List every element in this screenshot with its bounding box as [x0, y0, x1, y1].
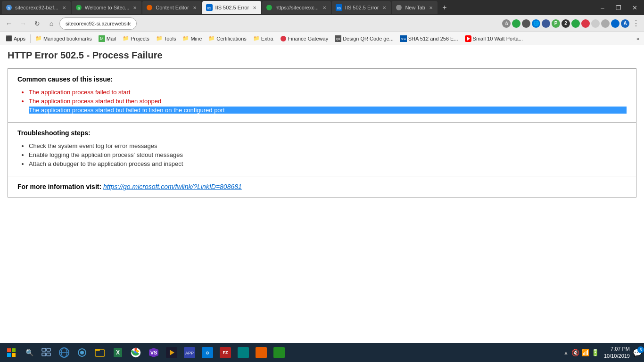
svg-text:X: X — [116, 349, 120, 356]
bookmark-design-qr[interactable]: QR Design QR Code ge... — [332, 34, 396, 43]
bookmark-mine[interactable]: 📁 Mine — [180, 34, 205, 43]
refresh-button[interactable]: ↻ — [31, 17, 43, 30]
taskbar-ie-icon[interactable] — [56, 344, 73, 361]
svg-rect-24 — [42, 348, 46, 351]
taskbar-chrome-icon[interactable] — [127, 344, 144, 361]
bookmark-projects[interactable]: 📁 Projects — [120, 34, 152, 43]
bookmark-projects-label: Projects — [131, 36, 149, 41]
taskbar-search-icon[interactable]: 🔍 — [22, 345, 37, 360]
more-info-section: For more information visit: https://go.m… — [8, 176, 636, 197]
troubleshoot-item-2: Enable logging the application process' … — [29, 151, 627, 158]
menu-icon[interactable]: ⋮ — [631, 18, 641, 29]
tab5-label: https://sitecorexc... — [275, 5, 319, 10]
extension-icon-p[interactable]: P — [552, 19, 560, 28]
tab-welcome[interactable]: S Welcome to Sitec... ✕ — [72, 1, 142, 14]
extension-icon-6[interactable] — [591, 19, 600, 28]
tab-iis-error-active[interactable]: IIS IIS 502.5 Error ✕ — [202, 1, 262, 14]
extension-icon-2num[interactable]: 2 — [561, 19, 570, 28]
svg-rect-50 — [273, 347, 285, 358]
bookmark-apps[interactable]: ⬛ Apps — [3, 34, 28, 43]
tab6-close[interactable]: ✕ — [381, 5, 387, 11]
tab3-close[interactable]: ✕ — [192, 5, 198, 11]
more-bookmarks[interactable]: » — [635, 35, 641, 42]
bookmark-mail[interactable]: M Mail — [96, 34, 119, 43]
bookmark-design-qr-label: Design QR Code ge... — [343, 36, 394, 41]
page-content: HTTP Error 502.5 - Process Failure Commo… — [0, 45, 644, 343]
causes-section: Common causes of this issue: The applica… — [8, 69, 636, 123]
svg-point-10 — [396, 5, 402, 10]
close-button[interactable]: ✕ — [627, 1, 642, 14]
taskbar-app13-icon[interactable] — [271, 344, 288, 361]
tab2-close[interactable]: ✕ — [132, 5, 138, 11]
svg-rect-21 — [12, 348, 16, 352]
svg-rect-49 — [256, 347, 267, 358]
taskbar-filezilla-icon[interactable]: FZ — [217, 344, 234, 361]
bookmark-sha[interactable]: SHA SHA 512 and 256 E... — [397, 34, 461, 43]
extension-icon-2[interactable] — [522, 19, 530, 28]
address-bar-icons: ☆ 🌐 P 2 A ⋮ — [502, 18, 641, 29]
tab-sitecorexc92-bizf[interactable]: S sitecorexc92-bizf... ✕ — [2, 1, 71, 14]
tab5-close[interactable]: ✕ — [322, 5, 327, 11]
new-tab-button[interactable]: + — [438, 1, 451, 14]
profile-icon[interactable]: A — [621, 19, 629, 28]
extension-icon-7[interactable] — [601, 19, 610, 28]
address-input[interactable] — [59, 17, 137, 30]
minimize-button[interactable]: – — [595, 1, 610, 14]
tab-new-tab[interactable]: New Tab ✕ — [392, 1, 438, 14]
tray-hide-icon[interactable]: ▲ — [563, 350, 569, 355]
tab1-close[interactable]: ✕ — [61, 5, 67, 11]
mail-icon: M — [99, 35, 105, 42]
svg-text:IIS: IIS — [207, 7, 211, 10]
extension-icon-5[interactable] — [581, 19, 590, 28]
bookmark-managed[interactable]: 📁 Managed bookmarks — [33, 34, 95, 43]
bookmark-sha-label: SHA 512 and 256 E... — [408, 36, 458, 41]
bookmark-extra[interactable]: 📁 Extra — [250, 34, 276, 43]
forward-button[interactable]: → — [17, 17, 29, 30]
start-button[interactable] — [2, 344, 21, 361]
clock-time: 7:07 PM — [604, 346, 630, 353]
taskbar-app11-icon[interactable] — [235, 344, 252, 361]
design-qr-icon: QR — [335, 35, 341, 42]
svg-rect-48 — [238, 347, 249, 358]
bookmark-certifications[interactable]: 📁 Certifications — [206, 34, 249, 43]
taskbar-media-icon[interactable] — [163, 344, 180, 361]
taskbar-task-view[interactable] — [38, 344, 55, 361]
svg-point-7 — [266, 5, 272, 10]
svg-text:⚙: ⚙ — [206, 351, 209, 355]
bookmark-small-watt[interactable]: Small 10 Watt Porta... — [462, 34, 526, 43]
bookmark-tools[interactable]: 📁 Tools — [153, 34, 179, 43]
bookmark-star-icon[interactable]: ☆ — [502, 19, 511, 28]
restore-button[interactable]: ❐ — [611, 1, 626, 14]
svg-rect-22 — [7, 353, 11, 357]
notification-center[interactable]: 💬 3 — [633, 348, 642, 357]
notification-badge: 3 — [637, 346, 644, 353]
tab-strip: S sitecorexc92-bizf... ✕ S Welcome to Si… — [2, 1, 593, 14]
tray-icons: 🔇 📶 🔋 — [571, 349, 599, 356]
svg-text:S: S — [77, 6, 80, 10]
taskbar-vs-icon[interactable]: VS — [145, 344, 162, 361]
taskbar-clock[interactable]: 7:07 PM 10/10/2019 — [604, 346, 630, 360]
tab-iis-error-2[interactable]: IIS IIS 502.5 Error ✕ — [332, 1, 391, 14]
more-info-link[interactable]: https://go.microsoft.com/fwlink/?LinkID=… — [103, 183, 242, 190]
extension-icon-4[interactable] — [542, 19, 550, 28]
back-button[interactable]: ← — [3, 17, 15, 30]
extension-icon-3[interactable]: 🌐 — [532, 19, 540, 28]
tab-content-editor[interactable]: Content Editor ✕ — [142, 1, 201, 14]
extension-icon-chrome[interactable] — [571, 19, 580, 28]
title-bar: S sitecorexc92-bizf... ✕ S Welcome to Si… — [0, 0, 644, 15]
tab-https-sitecorexc[interactable]: https://sitecorexc... ✕ — [262, 1, 331, 14]
taskbar-app10-icon[interactable]: ⚙ — [199, 344, 216, 361]
bookmark-finance-gateway[interactable]: Finance Gateway — [277, 34, 331, 43]
taskbar-excel-icon[interactable]: X — [109, 344, 126, 361]
bookmark-managed-label: Managed bookmarks — [43, 36, 92, 41]
taskbar-explorer-icon[interactable] — [91, 344, 108, 361]
tab4-close[interactable]: ✕ — [252, 5, 257, 11]
svg-rect-25 — [47, 348, 50, 351]
taskbar-cortana-icon[interactable] — [74, 344, 91, 361]
home-button[interactable]: ⌂ — [45, 17, 58, 30]
taskbar-app12-icon[interactable] — [253, 344, 270, 361]
taskbar-app9-icon[interactable]: APP — [181, 344, 198, 361]
extension-icon-8[interactable] — [611, 19, 619, 28]
tab7-close[interactable]: ✕ — [428, 5, 434, 11]
extension-icon-1[interactable] — [512, 19, 520, 28]
